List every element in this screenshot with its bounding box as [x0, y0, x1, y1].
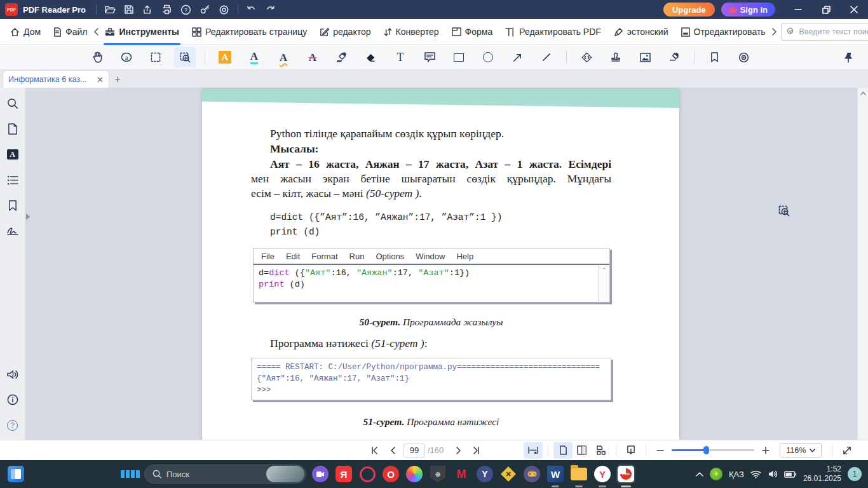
yandex-browser-icon[interactable]: Y — [593, 464, 612, 484]
search-highlight-image[interactable] — [266, 466, 304, 482]
help-icon[interactable]: ? — [177, 1, 196, 18]
sidebar-outline-icon[interactable] — [3, 170, 22, 189]
browser-sphere-icon[interactable] — [405, 464, 424, 484]
zoom-in-icon[interactable] — [757, 442, 775, 459]
zoom-slider-track[interactable] — [672, 449, 754, 451]
menu-file[interactable]: Файл — [47, 19, 93, 45]
fullscreen-icon[interactable] — [837, 442, 857, 459]
pdf-reader-pro-taskbar-icon[interactable]: PDF — [616, 464, 635, 484]
pdf-page[interactable]: Python тілінде қарапайым сөздік құрып кө… — [202, 89, 679, 440]
sidebar-thumbnails-icon[interactable] — [3, 119, 22, 139]
eraser-icon[interactable] — [360, 47, 382, 67]
menu-redact[interactable]: Отредактировать — [675, 19, 772, 45]
book-view-icon[interactable] — [592, 442, 611, 459]
undo-icon[interactable] — [242, 1, 261, 18]
continuous-scroll-icon[interactable] — [621, 442, 641, 459]
scrollbar-up-icon[interactable] — [858, 88, 868, 99]
taskbar-search[interactable]: Поиск — [144, 464, 306, 484]
underline-tool-icon[interactable]: A — [243, 47, 265, 67]
search-input[interactable] — [799, 27, 868, 36]
world-of-tanks-icon[interactable]: ⊕ — [428, 464, 447, 484]
restore-button[interactable] — [812, 0, 840, 19]
redo-icon[interactable] — [261, 1, 280, 18]
language-indicator[interactable]: ҚАЗ — [729, 470, 744, 479]
arrow-tool-icon[interactable] — [506, 47, 528, 67]
zoom-out-icon[interactable] — [651, 442, 669, 459]
first-page-icon[interactable] — [365, 442, 383, 459]
menu-tools[interactable]: Инструменты — [98, 19, 186, 45]
squiggly-tool-icon[interactable]: A — [273, 47, 294, 67]
strikeout-tool-icon[interactable]: A — [302, 47, 323, 67]
signin-button[interactable]: Sign in — [721, 3, 775, 17]
ellipse-tool-icon[interactable] — [477, 47, 499, 67]
open-file-icon[interactable] — [100, 1, 119, 18]
marquee-zoom-icon[interactable] — [174, 47, 196, 67]
line-tool-icon[interactable] — [536, 47, 557, 67]
read-aloud-icon[interactable] — [3, 365, 22, 384]
info-icon[interactable] — [3, 390, 22, 409]
rotate-view-icon[interactable]: a — [116, 47, 137, 67]
two-page-view-icon[interactable] — [573, 442, 592, 459]
widgets-icon[interactable] — [8, 466, 24, 482]
game-center-icon[interactable] — [522, 464, 541, 484]
yandex-icon[interactable]: Я — [334, 464, 353, 484]
tab-add-icon[interactable]: + — [109, 71, 126, 88]
notification-badge[interactable]: 1 — [848, 467, 862, 481]
document-tab[interactable]: Информатика 6 каз... ✕ — [3, 71, 109, 88]
volume-icon[interactable] — [768, 470, 778, 478]
share-icon[interactable] — [139, 1, 158, 18]
close-button[interactable] — [840, 0, 868, 19]
clipchamp-icon[interactable] — [311, 464, 330, 484]
toolbar-search[interactable] — [781, 23, 868, 41]
prev-page-icon[interactable] — [383, 442, 401, 459]
settings-gear-icon[interactable] — [215, 1, 234, 18]
text-tool-icon[interactable]: T — [390, 47, 411, 67]
word-icon[interactable]: W — [546, 464, 565, 484]
bookmark-tool-icon[interactable] — [703, 47, 725, 67]
antivirus-tray-icon[interactable]: + — [710, 468, 722, 480]
opera-gx-icon[interactable] — [358, 464, 377, 484]
stamp-tool-icon[interactable] — [605, 47, 627, 67]
comment-tool-icon[interactable] — [419, 47, 440, 67]
mail-ru-icon[interactable]: М — [452, 464, 471, 484]
password-key-icon[interactable] — [196, 1, 215, 18]
image-tool-icon[interactable] — [634, 47, 656, 67]
marquee-select-icon[interactable] — [145, 47, 166, 67]
tray-expand-icon[interactable] — [696, 471, 703, 477]
menu-scroll-right-icon[interactable] — [772, 19, 777, 45]
tab-close-icon[interactable]: ✕ — [97, 75, 104, 85]
preview-eye-icon[interactable] — [733, 47, 754, 67]
hand-tool-icon[interactable] — [86, 47, 108, 67]
help-circle-icon[interactable]: ? — [3, 416, 22, 435]
zoom-slider[interactable] — [672, 449, 754, 451]
highlight-tool-icon[interactable]: A — [214, 47, 236, 67]
vertical-scrollbar[interactable] — [857, 88, 868, 440]
fit-width-icon[interactable] — [524, 442, 543, 459]
freehand-pen-icon[interactable] — [331, 47, 353, 67]
yandex-services-icon[interactable]: Y — [475, 464, 494, 484]
wifi-icon[interactable] — [750, 470, 761, 478]
minimize-button[interactable] — [784, 0, 812, 19]
menu-form[interactable]: Форма — [445, 19, 499, 45]
last-page-icon[interactable] — [468, 442, 485, 459]
start-button[interactable] — [121, 464, 140, 484]
menu-scroll-left-icon[interactable] — [93, 19, 98, 45]
zoom-level-dropdown[interactable]: 116% — [780, 443, 822, 458]
file-explorer-icon[interactable] — [569, 464, 588, 484]
menu-edit-pdf[interactable]: Редактировать PDF — [499, 19, 607, 45]
print-icon[interactable] — [158, 1, 177, 18]
clock[interactable]: 1:52 26.01.2025 — [803, 464, 841, 484]
menu-edit-page[interactable]: Редактировать страницу — [186, 19, 313, 45]
signature-tool-icon[interactable] — [663, 47, 685, 67]
menu-editor[interactable]: редактор — [313, 19, 377, 45]
link-tool-icon[interactable] — [576, 47, 597, 67]
panel-expand-handle[interactable] — [25, 210, 32, 224]
sidebar-search-icon[interactable] — [3, 94, 22, 113]
premium-emblem-icon[interactable]: ✕ — [499, 464, 518, 484]
pin-toolbar-icon[interactable] — [837, 47, 859, 67]
sidebar-annotations-icon[interactable]: A — [3, 145, 22, 164]
sidebar-signatures-icon[interactable] — [3, 221, 22, 240]
zoom-slider-thumb[interactable] — [703, 446, 709, 454]
menu-estonian[interactable]: эстонский — [607, 19, 675, 45]
page-number-input[interactable]: 99 — [403, 444, 425, 458]
